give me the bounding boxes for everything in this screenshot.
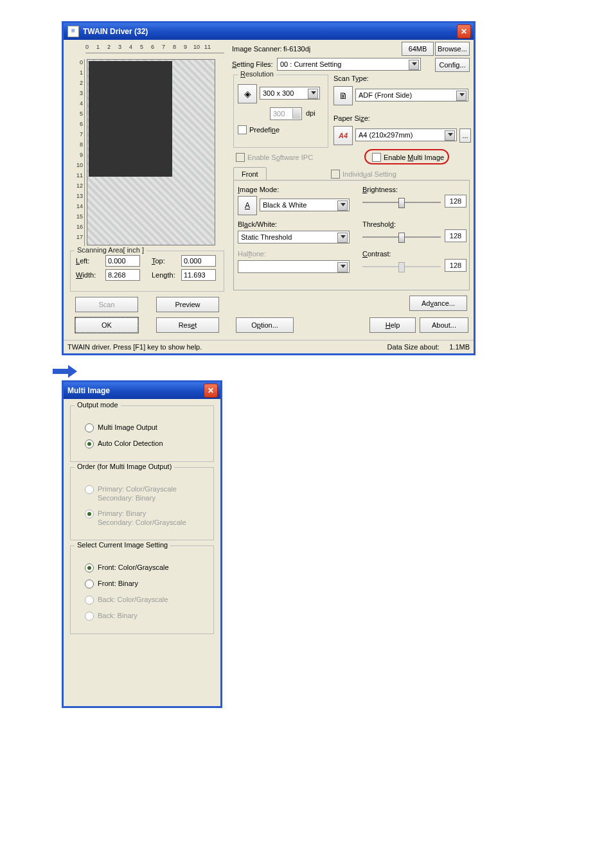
length-input[interactable]: [181, 269, 216, 281]
radio-front-color[interactable]: Front: Color/Grayscale: [85, 563, 207, 572]
length-label: Length:: [152, 271, 181, 279]
client-area: 0 1 2 3 4 5 6 7 8 9 10 11 0 1 2 3 4 5: [64, 40, 474, 353]
front-tab[interactable]: Front: [233, 167, 267, 181]
dpi-spinner[interactable]: 300: [270, 107, 302, 120]
radio-auto-color-detection[interactable]: Auto Color Detection: [85, 439, 207, 448]
radio-order-2: Primary: BinarySecondary: Color/Grayscal…: [85, 509, 207, 527]
enable-ipc-checkbox: Enable Software IPC: [236, 153, 313, 162]
output-mode-legend: Output mode: [75, 401, 121, 409]
threshold-slider[interactable]: [362, 231, 441, 244]
app-icon: ≡: [67, 26, 79, 37]
close-icon[interactable]: ✕: [457, 24, 471, 39]
left-label: Left:: [76, 257, 105, 265]
halftone-label: Halftone:: [238, 250, 266, 258]
setting-files-label: Setting Files:: [232, 60, 273, 68]
width-label: Width:: [76, 271, 105, 279]
paper-size-value: A4 (210x297mm): [359, 131, 413, 139]
image-scanner-label: Image Scanner:: [232, 45, 282, 53]
preview-area: 0 1 2 3 4 5 6 7 8 9 10 11 0 1 2 3 4 5: [70, 44, 224, 249]
status-right: Data Size about: 1.1MB: [387, 343, 470, 351]
threshold-label: Threshold:: [362, 220, 396, 228]
resolution-group: Resolution ◈ 300 x 300 300 dpi Predefine: [233, 75, 328, 148]
order-legend: Order (for Multi Image Output): [75, 463, 174, 470]
radio-front-binary[interactable]: Front: Binary: [85, 579, 207, 589]
status-left: TWAIN driver. Press [F1] key to show hel…: [67, 343, 202, 351]
radio-back-binary: Back: Binary: [85, 611, 207, 621]
black-white-value: Static Threshold: [241, 233, 292, 241]
order-group: Order (for Multi Image Output) Primary: …: [70, 467, 214, 540]
image-mode-icon: A: [238, 196, 257, 215]
tab-panel: Image Mode: A Black & White Black/White:…: [233, 180, 470, 290]
black-white-label: Black/White:: [238, 220, 277, 228]
memory-indicator: 64MB: [402, 42, 434, 56]
scan-type-icon: 🗎: [333, 86, 353, 105]
twain-driver-window: ≡ TWAIN Driver (32) ✕ 0 1 2 3 4 5 6 7 8 …: [62, 21, 475, 355]
setting-files-combo[interactable]: 00 : Current Setting: [277, 58, 421, 71]
preview-canvas[interactable]: [87, 59, 215, 245]
scan-type-value: ADF (Front Side): [359, 91, 412, 99]
top-label: Top:: [152, 257, 181, 265]
preview-page: [89, 61, 172, 177]
scan-type-label: Scan Type:: [333, 75, 369, 82]
top-input[interactable]: [181, 255, 216, 267]
paper-size-icon: A4: [333, 126, 353, 145]
config-button[interactable]: Config...: [435, 58, 470, 72]
left-input[interactable]: [105, 255, 140, 267]
vertical-ruler: 0 1 2 3 4 5 6 7 8 9 10 11 12 13 14 15 16…: [73, 59, 84, 249]
predefine-checkbox[interactable]: Predefine: [238, 125, 280, 134]
paper-size-label: Paper Size:: [333, 114, 370, 122]
arrow-icon: [53, 365, 78, 378]
image-mode-combo[interactable]: Black & White: [260, 199, 350, 211]
close-icon-multi[interactable]: ✕: [204, 384, 218, 398]
dpi-label: dpi: [306, 109, 315, 117]
paper-size-combo[interactable]: A4 (210x297mm): [355, 128, 457, 141]
image-mode-label: Image Mode:: [238, 186, 279, 193]
image-mode-value: Black & White: [263, 201, 306, 209]
status-bar: TWAIN driver. Press [F1] key to show hel…: [64, 340, 474, 353]
radio-back-color: Back: Color/Grayscale: [85, 595, 207, 605]
advance-button[interactable]: Advance...: [409, 296, 467, 311]
radio-order-1: Primary: Color/GrayscaleSecondary: Binar…: [85, 484, 207, 502]
resolution-icon: ◈: [238, 84, 257, 103]
scan-button[interactable]: Scan: [75, 297, 138, 312]
multi-client: Output mode Multi Image Output Auto Colo…: [64, 399, 220, 706]
contrast-value: 128: [445, 259, 466, 272]
scanning-area-title: Scanning Area[ inch ]: [75, 246, 147, 254]
ok-button[interactable]: OK: [75, 317, 138, 333]
resolution-value: 300 x 300: [263, 89, 294, 97]
brightness-slider[interactable]: [362, 196, 441, 209]
h-ticks: [85, 53, 224, 58]
black-white-combo[interactable]: Static Threshold: [238, 231, 350, 244]
help-button[interactable]: Help: [369, 317, 416, 333]
threshold-value[interactable]: 128: [445, 229, 466, 242]
brightness-value[interactable]: 128: [445, 195, 466, 208]
window-title: TWAIN Driver (32): [83, 27, 457, 36]
multi-image-window: Multi Image ✕ Output mode Multi Image Ou…: [62, 380, 222, 708]
preview-button[interactable]: Preview: [156, 297, 219, 312]
brightness-label: Brightness:: [362, 186, 398, 193]
about-button[interactable]: About...: [420, 317, 468, 333]
browse-button[interactable]: Browse...: [435, 42, 470, 56]
output-mode-group: Output mode Multi Image Output Auto Colo…: [70, 405, 214, 462]
option-button[interactable]: Option...: [236, 317, 294, 333]
scan-type-combo[interactable]: ADF (Front Side): [355, 89, 468, 102]
image-scanner-value: fi-6130dj: [283, 45, 310, 53]
contrast-slider: [362, 260, 441, 273]
multi-title: Multi Image: [67, 386, 204, 395]
width-input[interactable]: [105, 269, 140, 281]
reset-button[interactable]: Reset: [156, 317, 219, 333]
titlebar-multi: Multi Image ✕: [64, 382, 220, 399]
setting-files-value: 00 : Current Setting: [280, 60, 341, 68]
radio-multi-image-output[interactable]: Multi Image Output: [85, 423, 207, 432]
select-current-group: Select Current Image Setting Front: Colo…: [70, 545, 214, 634]
contrast-label: Contrast:: [362, 250, 391, 258]
resolution-combo[interactable]: 300 x 300: [260, 87, 320, 100]
halftone-combo: [238, 260, 350, 273]
select-legend: Select Current Image Setting: [75, 541, 170, 549]
enable-multi-image-checkbox[interactable]: Enable Multi Image: [372, 153, 444, 162]
scanning-area-group: Scanning Area[ inch ] Left: Top: Width: …: [70, 251, 224, 292]
individual-setting-checkbox: Individual Setting: [331, 170, 396, 179]
button-row-1: Scan Preview: [70, 297, 224, 312]
resolution-title: Resolution: [238, 70, 276, 78]
paper-more-button[interactable]: ...: [459, 128, 471, 143]
